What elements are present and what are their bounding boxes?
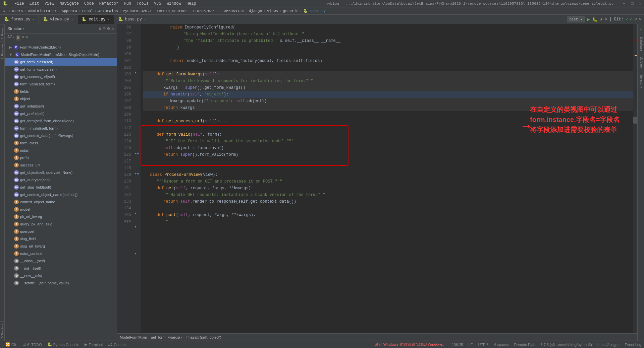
tree-item-slug-field[interactable]: f slug_field xyxy=(5,235,117,242)
breadcrumb-id1[interactable]: 1102057836 xyxy=(193,9,215,13)
menu-navigate[interactable]: Navigate xyxy=(59,1,79,6)
maximize-button[interactable]: □ xyxy=(631,1,634,6)
status-url[interactable]: https://blogpc xyxy=(597,342,619,347)
menu-vcs[interactable]: VCS xyxy=(154,1,161,6)
tree-item-class[interactable]: ⚙ __class__(self) xyxy=(5,257,117,265)
git-undo[interactable]: ↩ xyxy=(635,17,637,22)
tree-item-slug-url-kwarg[interactable]: f slug_url_kwarg xyxy=(5,242,117,250)
tab-base-close[interactable]: ✕ xyxy=(144,17,146,21)
menu-code[interactable]: Code xyxy=(84,1,94,6)
debug-button[interactable]: 🐛 xyxy=(592,16,598,22)
left-label-project[interactable]: 1: Project xyxy=(0,24,4,41)
sort-alpha-icon[interactable]: AZ↓ xyxy=(7,35,15,41)
commit-tab[interactable]: ⎇ Commit xyxy=(105,342,129,347)
menu-file[interactable]: File xyxy=(14,1,24,6)
menu-refactor[interactable]: Refactor xyxy=(99,1,119,6)
tree-item-object[interactable]: f object xyxy=(5,95,117,102)
tab-forms[interactable]: 🐍 forms.py ✕ xyxy=(0,15,39,24)
right-tab-database[interactable]: Database xyxy=(638,34,644,54)
menu-edit[interactable]: Edit xyxy=(30,1,39,6)
tree-item-setattr[interactable]: ⚙ __setattr__(self, name, value) xyxy=(5,279,117,287)
status-line-ending[interactable]: LF xyxy=(469,342,473,347)
tree-item-get-form-class[interactable]: m get_form_class(self) xyxy=(5,58,117,66)
tree-item-extra-context[interactable]: f extra_context xyxy=(5,250,117,257)
status-indent[interactable]: 4 spaces xyxy=(494,342,509,347)
filter-icon[interactable]: ⊞ xyxy=(16,35,20,41)
breadcrumb-id2[interactable]: -1356854134 xyxy=(219,9,244,13)
tree-item-get-form[interactable]: m get_form(self, form_class=None) xyxy=(5,117,117,125)
close-button[interactable]: ✕ xyxy=(639,1,641,6)
breadcrumb-pycharm[interactable]: PyCharm2020.1 xyxy=(123,9,152,13)
tree-item-success-url[interactable]: f success_url xyxy=(5,161,117,169)
tab-base[interactable]: 🐍 base.py ✕ xyxy=(114,15,150,24)
left-label-favorites[interactable]: 2: Favorites xyxy=(0,41,4,61)
structure-filter-icon[interactable]: ≡ xyxy=(103,26,106,31)
breadcrumb-users[interactable]: Users xyxy=(12,9,23,13)
tree-item-prefix[interactable]: f prefix xyxy=(5,154,117,161)
code-container[interactable]: 在自定义的类视图中可以通过form.instance.字段名=字段名将字段添加进… xyxy=(117,24,637,333)
breadcrumb-c[interactable]: C: xyxy=(3,9,7,13)
tree-item-get-context-object-name[interactable]: m get_context_object_name(self, obj) xyxy=(5,191,117,198)
profile-button[interactable]: ⚡ xyxy=(600,16,602,22)
tree-item-queryset[interactable]: f queryset xyxy=(5,228,117,235)
right-tab-sciview[interactable]: SciView xyxy=(638,54,644,71)
status-encoding[interactable]: UTF-8 xyxy=(478,342,488,347)
tab-views-close[interactable]: ✕ xyxy=(71,17,73,21)
breadcrumb-admin[interactable]: Administrator xyxy=(28,9,57,13)
status-line-col[interactable]: 106:25 xyxy=(452,342,463,347)
tree-item-get-form-kwargs[interactable]: m get_form_kwargs(self) xyxy=(5,66,117,73)
tree-item-get-context-data[interactable]: m get_context_data(self, **kwargs) xyxy=(5,132,117,139)
tab-views[interactable]: 🐍 views.py ✕ xyxy=(39,15,78,24)
tree-item-modelformmixin[interactable]: ▼ C ModelFormMixin(FormMixin, SingleObje… xyxy=(5,51,117,58)
structure-sort-icon[interactable]: ⇅ xyxy=(99,26,101,31)
status-interpreter[interactable]: Remote Python 3.7.3 (sft...envs/s/blog/p… xyxy=(514,342,592,347)
breadcrumb-generic[interactable]: generic xyxy=(283,9,299,13)
breadcrumb-django[interactable]: django xyxy=(249,9,262,13)
breadcrumb-jetbrains[interactable]: JetBrains xyxy=(98,9,118,13)
breadcrumb-views[interactable]: views xyxy=(267,9,278,13)
menu-help[interactable]: Help xyxy=(186,1,196,6)
tab-edit[interactable]: 🐍 edit.py ✕ xyxy=(77,15,114,24)
structure-settings-icon[interactable]: ⚙ xyxy=(107,26,110,31)
tree-item-get-success-url[interactable]: m get_success_url(self) xyxy=(5,73,117,80)
tree-item-query-pk-slug[interactable]: f query_pk_and_slug xyxy=(5,220,117,228)
git-bottom-tab[interactable]: 🔀 Git: xyxy=(3,342,20,347)
tree-item-init[interactable]: ⚙ __init__(self) xyxy=(5,265,117,272)
structure-close-icon[interactable]: ✕ xyxy=(111,26,114,31)
bc-modelformmixin[interactable]: ModelFormMixin xyxy=(120,335,147,339)
bc-if-hasattr[interactable]: if hasattr(self, 'object') xyxy=(185,335,221,339)
tree-item-model[interactable]: f model xyxy=(5,206,117,213)
breadcrumb-local[interactable]: Local xyxy=(82,9,93,13)
menu-tools[interactable]: Tools xyxy=(137,1,149,6)
bc-get-form-kwargs[interactable]: get_form_kwargs() xyxy=(151,335,182,339)
run-button[interactable]: ▶ xyxy=(587,16,590,23)
minimize-button[interactable]: － xyxy=(622,1,626,6)
menu-run[interactable]: Run xyxy=(124,1,131,6)
expand-icon[interactable]: ⊕ xyxy=(22,35,24,41)
tree-item-form-valid[interactable]: m form_valid(self, form) xyxy=(5,80,117,88)
python-console-tab[interactable]: 🐍 Python Console xyxy=(45,342,82,347)
tree-item-new[interactable]: ⚙ __new__(cls) xyxy=(5,272,117,279)
tree-item-initial[interactable]: f initial xyxy=(5,147,117,154)
tree-item-context-object-name[interactable]: f context_object_name xyxy=(5,198,117,206)
tree-item-get-prefix[interactable]: m get_prefix(self) xyxy=(5,110,117,117)
right-tab-hierarchy[interactable]: Hierarchy xyxy=(638,71,644,91)
breadcrumb-file[interactable]: 🐍 edit.py xyxy=(303,9,326,13)
todo-tab[interactable]: ☑ 6: TODO xyxy=(20,342,45,347)
menu-window[interactable]: Window xyxy=(167,1,181,6)
coverage-button[interactable]: ☂ xyxy=(605,16,607,22)
tab-edit-close[interactable]: ✕ xyxy=(108,17,110,21)
collapse-icon[interactable]: ⊖ xyxy=(25,35,28,41)
left-label-zstructure[interactable]: Z-Structure xyxy=(0,321,4,341)
tree-item-formmixin[interactable]: ▶ C FormMixin(ContextMixin) xyxy=(5,44,117,51)
tree-item-form-class[interactable]: f form_class xyxy=(5,139,117,147)
run-config-selector[interactable]: test ▾ xyxy=(567,16,585,22)
tree-item-form-invalid[interactable]: m form_invalid(self, form) xyxy=(5,125,117,132)
tab-forms-close[interactable]: ✕ xyxy=(33,17,35,21)
event-log-button[interactable]: Event Log xyxy=(625,342,641,347)
git-check2[interactable]: ✓ xyxy=(630,17,632,22)
breadcrumb-remote[interactable]: remote_sources xyxy=(157,9,187,13)
breadcrumb-appdata[interactable]: AppData xyxy=(62,9,77,13)
tree-item-fields[interactable]: f fields xyxy=(5,88,117,95)
code-content[interactable]: raise ImproperlyConfigured( "Using Model… xyxy=(141,24,633,333)
